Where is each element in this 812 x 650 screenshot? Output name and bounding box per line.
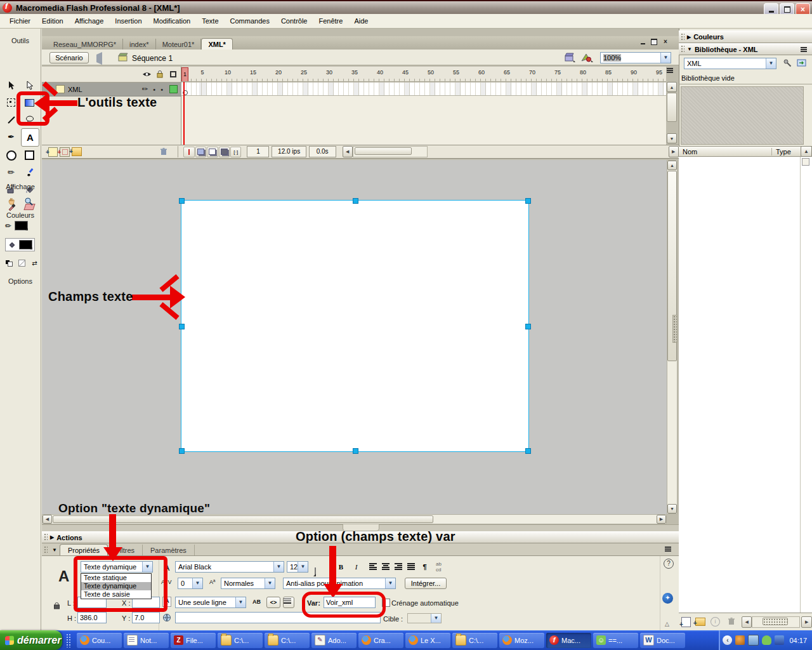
library-scroll-box[interactable]: [802, 158, 809, 166]
frame-rate-indicator[interactable]: 12.0 ips: [272, 146, 306, 157]
selectable-text-icon[interactable]: AB: [252, 599, 261, 605]
properties-gripper[interactable]: [44, 546, 48, 554]
swap-colors-button[interactable]: ⇄: [29, 258, 40, 268]
actions-gripper[interactable]: [44, 533, 48, 541]
handle-mid-left[interactable]: [179, 324, 185, 329]
subselection-tool[interactable]: [21, 77, 38, 94]
lock-layers-icon[interactable]: [156, 70, 164, 79]
center-frame-button[interactable]: [183, 147, 194, 157]
brush-tool[interactable]: [21, 164, 38, 181]
font-size-arrow-icon[interactable]: ▼: [298, 562, 308, 572]
fill-color-swatch[interactable]: [19, 240, 32, 249]
library-item-list[interactable]: [679, 157, 801, 613]
handle-bottom-center[interactable]: [353, 448, 358, 454]
couleurs-panel-header[interactable]: ▶ Couleurs: [679, 30, 812, 43]
library-sort-button[interactable]: ▲: [801, 146, 812, 157]
taskbar-button[interactable]: Cou...: [77, 633, 122, 648]
timeline-hscroll-left-button[interactable]: ◀: [343, 146, 353, 157]
handle-top-left[interactable]: [179, 198, 185, 204]
letter-spacing-combo[interactable]: 0 ▼: [178, 578, 203, 589]
library-hscroll-right-button[interactable]: ▶: [801, 616, 812, 628]
actions-expand-icon[interactable]: ▶: [50, 534, 54, 540]
stage-horizontal-scrollbar[interactable]: ◀ ▶: [42, 514, 667, 524]
text-type-combo[interactable]: Texte dynamique ▼: [81, 561, 153, 573]
timeline-ruler[interactable]: 1 5101520253035404550556065707580859095: [181, 67, 666, 82]
library-trash-icon[interactable]: [728, 617, 735, 627]
library-col-nom[interactable]: Nom: [683, 148, 772, 156]
kerning-checkbox[interactable]: [382, 599, 390, 607]
layer-outline-color-swatch[interactable]: [169, 85, 178, 93]
stroke-color-swatch[interactable]: [15, 221, 28, 230]
handle-top-center[interactable]: [353, 198, 358, 204]
align-left-button[interactable]: [367, 561, 379, 572]
timeline-scroll-down-button[interactable]: ▼: [667, 133, 677, 143]
add-folder-icon[interactable]: +: [72, 147, 82, 156]
no-color-button[interactable]: [16, 258, 27, 268]
library-document-arrow-icon[interactable]: ▼: [766, 58, 776, 69]
menu-item[interactable]: Modification: [148, 14, 197, 28]
lasso-tool[interactable]: [21, 111, 38, 128]
timeline-hscroll-right-button[interactable]: ▶: [669, 146, 679, 157]
char-position-combo[interactable]: Normales ▼: [221, 578, 275, 589]
timeline-scroll-up-button[interactable]: ▲: [667, 82, 677, 92]
library-new-window-icon[interactable]: [797, 59, 807, 69]
zoom-tool[interactable]: [20, 192, 37, 209]
right-panel-resize-handle[interactable]: [672, 315, 678, 343]
menu-item[interactable]: Fichier: [4, 14, 36, 28]
menu-item[interactable]: Aide: [348, 14, 374, 28]
doc-close-button[interactable]: ×: [661, 37, 670, 46]
stage-scroll-right-button[interactable]: ▶: [657, 515, 666, 524]
taskbar-button[interactable]: C:\...: [218, 633, 263, 648]
timeline-hscroll-thumb[interactable]: [355, 147, 412, 155]
add-motion-guide-icon[interactable]: +: [60, 147, 69, 157]
pencil-tool[interactable]: ✏: [3, 164, 20, 181]
zoom-combo-arrow-icon[interactable]: ▼: [660, 53, 671, 63]
properties-panel-menu-icon[interactable]: [665, 546, 672, 552]
help-icon[interactable]: ?: [664, 559, 674, 569]
couleurs-expand-icon[interactable]: ▶: [687, 34, 691, 40]
tray-icon-1[interactable]: [735, 635, 745, 645]
font-combo-arrow-icon[interactable]: ▼: [273, 562, 284, 572]
taskbar-button[interactable]: Le X...: [405, 633, 450, 648]
align-right-button[interactable]: [392, 561, 404, 572]
render-html-button[interactable]: <>: [266, 597, 280, 608]
y-input[interactable]: [132, 612, 160, 623]
antialias-arrow-icon[interactable]: ▼: [385, 578, 395, 588]
onion-skin-outlines-button[interactable]: [207, 147, 218, 157]
layer-visibility-dot[interactable]: •: [153, 86, 155, 93]
handle-top-right[interactable]: [525, 198, 531, 204]
menu-item[interactable]: Commandes: [225, 14, 275, 28]
line-tool[interactable]: [3, 111, 20, 128]
menu-item[interactable]: Edition: [36, 14, 69, 28]
tray-network-icon[interactable]: [748, 635, 759, 646]
playhead-line[interactable]: [183, 82, 185, 145]
properties-collapse-icon[interactable]: ▼: [52, 547, 57, 553]
menu-item[interactable]: Contrôle: [275, 14, 313, 28]
onion-skin-button[interactable]: [195, 147, 206, 157]
dimensions-lock-icon[interactable]: [53, 602, 60, 611]
taskbar-button[interactable]: Not...: [124, 633, 169, 648]
library-panel-header[interactable]: ▼ Bibliothèque - XML: [679, 43, 812, 55]
font-size-combo[interactable]: 12 ▼: [287, 561, 308, 573]
url-link-input[interactable]: [175, 612, 381, 623]
font-combo[interactable]: Arial Black ▼: [175, 561, 284, 573]
char-position-arrow-icon[interactable]: ▼: [265, 578, 275, 588]
taskbar-button[interactable]: Mac...: [546, 633, 591, 648]
edit-multiple-frames-button[interactable]: [219, 147, 230, 157]
document-tab[interactable]: index*: [123, 39, 156, 50]
oval-tool[interactable]: [3, 147, 20, 164]
properties-tab[interactable]: Propriétés: [60, 544, 108, 555]
back-button[interactable]: [96, 55, 102, 62]
start-button[interactable]: démarrer: [0, 630, 62, 650]
tray-icon-2[interactable]: [775, 635, 784, 645]
bold-button[interactable]: B: [335, 561, 347, 572]
stage-scroll-left-button[interactable]: ◀: [43, 515, 52, 524]
show-border-button[interactable]: [283, 597, 294, 608]
tray-messenger-icon[interactable]: [762, 635, 771, 645]
document-tab[interactable]: Moteur01*: [156, 39, 202, 50]
handle-bottom-left[interactable]: [179, 448, 185, 454]
rectangle-tool[interactable]: [21, 147, 38, 164]
edit-symbols-button[interactable]: [581, 53, 594, 63]
handle-mid-right[interactable]: [525, 324, 531, 329]
stage-scroll-down-button[interactable]: ▼: [667, 504, 677, 514]
